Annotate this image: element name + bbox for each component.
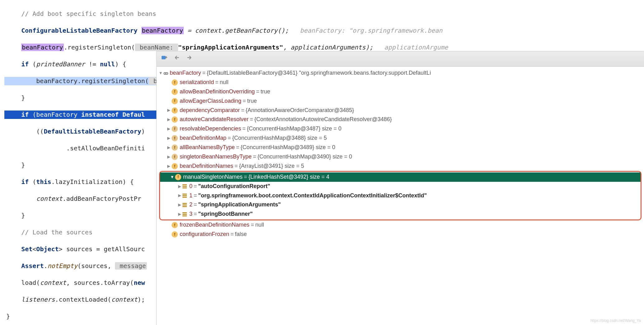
inlay-hint: applicationArgume bbox=[373, 44, 448, 51]
watermark: https://blog.csdn.net/Wang_Ya bbox=[590, 318, 641, 323]
chevron-right-icon[interactable]: ▶ bbox=[167, 163, 171, 169]
tree-node[interactable]: ffrozenBeanDefinitionNames=null bbox=[157, 220, 644, 230]
var-name: 0 bbox=[189, 182, 192, 191]
debugger-toolbar bbox=[157, 51, 644, 67]
field-icon: f bbox=[172, 107, 178, 114]
code-text: } bbox=[21, 94, 25, 101]
var-value: "springApplicationArguments" bbox=[198, 200, 281, 209]
var-name: 1 bbox=[189, 191, 192, 200]
var-value: {ConcurrentHashMap@3488} size = 5 bbox=[232, 134, 327, 143]
tree-node[interactable]: ▶0="autoConfigurationReport" bbox=[160, 182, 641, 191]
var-value: null bbox=[220, 78, 229, 87]
var-value: null bbox=[255, 221, 264, 229]
var-name: allowEagerClassLoading bbox=[180, 97, 241, 106]
chevron-right-icon[interactable]: ▶ bbox=[178, 211, 182, 217]
code-text: } bbox=[21, 212, 25, 219]
element-icon bbox=[182, 212, 187, 216]
string-literal: "springApplicationArguments" bbox=[178, 44, 283, 51]
var-value: "springBootBanner" bbox=[198, 210, 253, 219]
chevron-right-icon[interactable]: ▶ bbox=[178, 183, 182, 190]
element-icon bbox=[182, 184, 187, 188]
nav-back-icon[interactable] bbox=[173, 54, 180, 64]
code-type: ConfigurableListableBeanFactory bbox=[21, 27, 137, 34]
var-value: false bbox=[235, 230, 247, 239]
var-value: "autoConfigurationReport" bbox=[198, 182, 270, 191]
chevron-right-icon[interactable]: ▶ bbox=[167, 107, 171, 113]
tree-node[interactable]: fconfigurationFrozen=false bbox=[157, 230, 644, 239]
highlighted-group: ▼ f manualSingletonNames = {LinkedHashSe… bbox=[159, 171, 642, 220]
param-hint: beanName: bbox=[135, 44, 178, 51]
tree-node[interactable]: fallowEagerClassLoading=true bbox=[157, 97, 644, 106]
new-watch-icon[interactable] bbox=[161, 54, 168, 64]
var-value: {LinkedHashSet@3492} size = 4 bbox=[249, 173, 329, 181]
tree-node[interactable]: fserializationId=null bbox=[157, 78, 644, 87]
field-icon: f bbox=[172, 79, 178, 86]
var-value: true bbox=[247, 97, 257, 106]
nav-forward-icon[interactable] bbox=[186, 54, 193, 64]
debugger-popup[interactable]: ▼ oo beanFactory = {DefaultListableBeanF… bbox=[156, 51, 644, 325]
object-icon: oo bbox=[163, 70, 167, 76]
svg-rect-2 bbox=[166, 56, 167, 58]
var-name: serializationId bbox=[180, 78, 214, 87]
chevron-down-icon[interactable]: ▼ bbox=[170, 174, 174, 180]
chevron-down-icon[interactable]: ▼ bbox=[159, 70, 163, 76]
var-name: beanDefinitionNames bbox=[180, 162, 233, 171]
variables-tree[interactable]: ▼ oo beanFactory = {DefaultListableBeanF… bbox=[157, 67, 644, 239]
tree-node-selected[interactable]: ▼ f manualSingletonNames = {LinkedHashSe… bbox=[160, 172, 641, 182]
inlay-hint: beanFactory: "org.springframework.bean bbox=[289, 27, 443, 34]
code-text: beanFactory.registerSingleton( bbox=[36, 77, 149, 85]
var-name: singletonBeanNamesByType bbox=[180, 153, 252, 161]
var-name: configurationFrozen bbox=[180, 230, 229, 239]
tree-node[interactable]: ▶3="springBootBanner" bbox=[160, 210, 641, 219]
tree-node[interactable]: ▶fsingletonBeanNamesByType={ConcurrentHa… bbox=[157, 152, 644, 162]
tree-node[interactable]: ▶fresolvableDependencies={ConcurrentHash… bbox=[157, 124, 644, 134]
tree-node[interactable]: ▶1="org.springframework.boot.context.Con… bbox=[160, 191, 641, 200]
field-icon: f bbox=[172, 98, 178, 104]
tree-node[interactable]: ▶fbeanDefinitionMap={ConcurrentHashMap@3… bbox=[157, 134, 644, 143]
chevron-right-icon[interactable]: ▶ bbox=[178, 192, 182, 199]
field-icon: f bbox=[172, 89, 178, 95]
tree-node[interactable]: ▶fbeanDefinitionNames={ArrayList@3491} s… bbox=[157, 162, 644, 171]
var-name: allowBeanDefinitionOverriding bbox=[180, 87, 255, 96]
field-icon: f bbox=[172, 135, 178, 141]
var-name: manualSingletonNames bbox=[183, 173, 243, 181]
tree-node[interactable]: ▶fautowireCandidateResolver={ContextAnno… bbox=[157, 115, 644, 124]
field-icon: f bbox=[172, 154, 178, 160]
var-name: dependencyComparator bbox=[180, 106, 240, 115]
tree-node[interactable]: ▶2="springApplicationArguments" bbox=[160, 200, 641, 210]
field-icon: f bbox=[172, 163, 178, 169]
var-name: frozenBeanDefinitionNames bbox=[180, 221, 249, 229]
chevron-right-icon[interactable]: ▶ bbox=[167, 135, 171, 141]
var-value: {AnnotationAwareOrderComparator@3485} bbox=[246, 106, 354, 115]
field-icon: f bbox=[172, 144, 178, 151]
field-icon: f bbox=[172, 222, 178, 228]
var-name: 2 bbox=[189, 200, 192, 209]
code-text: } bbox=[21, 161, 25, 169]
chevron-right-icon[interactable]: ▶ bbox=[167, 116, 171, 123]
element-icon bbox=[182, 203, 187, 207]
var-name: beanDefinitionMap bbox=[180, 134, 226, 143]
var-name: autowireCandidateResolver bbox=[180, 115, 249, 124]
var-value: "org.springframework.boot.context.Contex… bbox=[198, 191, 427, 200]
code-comment: // Load the sources bbox=[21, 228, 92, 236]
var-name: resolvableDependencies bbox=[180, 125, 241, 133]
chevron-right-icon[interactable]: ▶ bbox=[167, 144, 171, 151]
var-value: {ConcurrentHashMap@3487} size = 0 bbox=[247, 125, 342, 133]
chevron-right-icon[interactable]: ▶ bbox=[178, 202, 182, 208]
chevron-right-icon[interactable]: ▶ bbox=[167, 126, 171, 132]
code-text: , applicationArguments); bbox=[283, 44, 373, 51]
tree-node[interactable]: ▶fdependencyComparator={AnnotationAwareO… bbox=[157, 106, 644, 115]
var-name: allBeanNamesByType bbox=[180, 143, 235, 152]
var-name: beanFactory bbox=[170, 69, 201, 78]
var-value: true bbox=[261, 87, 270, 96]
field-icon: f bbox=[172, 116, 178, 123]
tree-node[interactable]: ▶fallBeanNamesByType={ConcurrentHashMap@… bbox=[157, 143, 644, 152]
tree-root[interactable]: ▼ oo beanFactory = {DefaultListableBeanF… bbox=[157, 68, 644, 78]
tree-node[interactable]: fallowBeanDefinitionOverriding=true bbox=[157, 87, 644, 97]
var-name: 3 bbox=[189, 210, 192, 219]
var-value: {ArrayList@3491} size = 5 bbox=[239, 162, 304, 171]
var-value: {ConcurrentHashMap@3489} size = 0 bbox=[241, 143, 335, 152]
code-text: .registerSingleton( bbox=[64, 44, 135, 51]
param-hint: message bbox=[115, 262, 147, 270]
chevron-right-icon[interactable]: ▶ bbox=[167, 154, 171, 160]
